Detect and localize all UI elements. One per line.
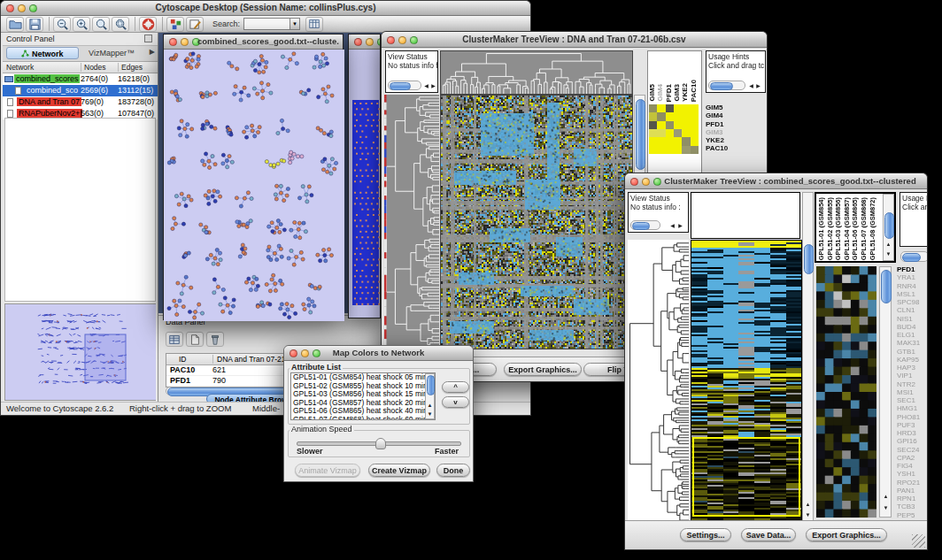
slider-thumb[interactable] [375,438,386,449]
create-vizmap-button[interactable]: Create Vizmap [368,464,430,477]
gene-label[interactable]: VIP1 [897,372,928,380]
scroll-thumb[interactable] [710,82,733,90]
gene-label[interactable]: CPA2 [897,454,928,462]
save-data-button[interactable]: Save Data... [741,528,796,541]
gene-label[interactable]: NIS1 [897,315,928,323]
save-icon[interactable] [26,17,43,32]
gene-label[interactable]: NTR2 [897,380,928,388]
scroll-up-icon[interactable]: ▲ [884,241,892,249]
network-list-row[interactable]: DNA and Tran 07769(0)183728(0) [3,96,158,108]
gene-label[interactable]: FIG4 [897,462,928,470]
gene-label[interactable]: PEP5 [897,511,928,519]
network-view-titlebar[interactable]: combined_scores_good.txt--cluste... [164,35,343,50]
network-canvas[interactable] [164,50,344,321]
zoom-selected-icon[interactable] [112,17,129,32]
search-input[interactable]: ▼ [243,18,300,30]
animate-vizmap-button[interactable]: Animate Vizmap [295,464,360,477]
scroll-thumb[interactable] [636,99,645,170]
scroll-thumb[interactable] [427,375,435,395]
export-graphics-button[interactable]: Export Graphics... [806,528,887,541]
tab-vizmapper[interactable]: VizMapper™ [81,47,143,59]
resize-grip[interactable] [912,534,925,548]
gene-label[interactable]: YSH1 [897,470,928,478]
attribute-browser-icon[interactable] [305,17,323,32]
scroll-down-icon[interactable]: ▼ [426,410,434,418]
background-window-titlebar[interactable] [349,35,380,50]
close-icon[interactable] [387,36,395,44]
col-header-edges[interactable]: Edges [118,63,143,72]
network-list-row[interactable]: combined_sco2569(6)13112(15) [3,85,158,96]
scroll-thumb[interactable] [804,244,814,274]
gene-label[interactable]: RPO21 [897,479,928,487]
hints-scrollbar[interactable] [708,81,745,90]
table-mode-icon[interactable] [166,332,183,347]
settings-button[interactable]: Settings... [680,528,731,541]
scroll-left-icon[interactable]: ◀ [668,222,676,230]
maximize-icon[interactable] [313,349,320,357]
export-graphics-button[interactable]: Export Graphics... [504,363,582,376]
row-dendrogram[interactable] [628,240,689,523]
gene-label[interactable]: SEC1 [897,396,928,404]
gene-label[interactable]: PAN1 [897,487,928,495]
dialog-titlebar[interactable]: Map Colors to Network [284,346,473,361]
minimize-icon[interactable] [301,349,309,357]
gene-label[interactable]: GPI16 [897,437,928,445]
gene-label[interactable]: SEC24 [897,446,928,454]
status-scrollbar[interactable] [388,81,421,90]
done-button[interactable]: Done [436,464,470,477]
cytoscape-titlebar[interactable]: Cytoscape Desktop (Session Name: collins… [1,1,530,16]
gene-label[interactable]: PUF3 [897,421,928,429]
gene-label[interactable]: RPN1 [897,495,928,502]
heatmap-canvas[interactable] [691,240,802,525]
network-tree-area[interactable] [4,118,156,302]
tab-overflow-icon[interactable]: ▶ [150,48,155,56]
gene-label[interactable]: BUD4 [897,323,928,331]
scroll-up-icon[interactable]: ▲ [426,402,434,410]
float-panel-icon[interactable] [144,35,152,42]
column-dendrogram[interactable] [440,50,633,95]
network-overview-canvas[interactable] [5,304,156,400]
background-network-canvas[interactable] [349,50,381,318]
zoom-fit-icon[interactable] [92,17,110,32]
minimize-icon[interactable] [18,4,26,12]
delete-attribute-icon[interactable] [206,332,224,347]
detail-heatmap-canvas[interactable] [816,266,876,518]
minimize-icon[interactable] [366,38,374,46]
gene-label[interactable]: TCB3 [897,502,928,510]
animation-slider[interactable] [297,441,461,446]
correlation-matrix[interactable] [649,104,699,154]
minimize-icon[interactable] [642,178,650,186]
data-col-id[interactable]: ID [179,355,187,364]
scroll-up-icon[interactable]: ▲ [804,501,812,509]
close-icon[interactable] [630,178,638,186]
move-up-button[interactable]: ^ [442,381,469,393]
scroll-thumb[interactable] [390,82,411,90]
status-scrollbar[interactable] [630,220,660,230]
gene-label[interactable]: GTB1 [897,348,928,356]
move-down-button[interactable]: v [442,396,469,408]
gene-label[interactable]: HAP3 [897,364,928,372]
gene-label[interactable]: MSL1 [897,290,928,298]
zoom-in-icon[interactable] [73,17,90,32]
scroll-thumb[interactable] [881,270,892,303]
scroll-right-icon[interactable]: ▶ [429,82,437,90]
annotation-icon[interactable] [186,17,204,32]
maximize-icon[interactable] [410,36,418,44]
hints-scrollbar[interactable] [900,251,928,262]
detail-vscrollbar[interactable]: ▲ ▼ [879,266,892,518]
treeview2-titlebar[interactable]: ClusterMaker TreeView : combined_scores_… [625,173,927,189]
search-dropdown-icon[interactable]: ▼ [290,19,299,29]
gene-label-list[interactable]: PFD1YRA1RNR4MSL1SPC98CLN1NIS1BUD4ELG1MAK… [897,265,928,529]
zoom-out-icon[interactable] [53,17,71,32]
gene-label[interactable]: ELG1 [897,331,928,339]
new-attribute-icon[interactable] [186,332,204,347]
attribute-list[interactable]: GPL51-01 (GSM854) heat shock 05 minGPL51… [290,372,436,420]
heatmap-vscrollbar[interactable]: ▲ ▼ [802,192,814,523]
vizmapper-icon[interactable] [166,17,184,32]
gene-label[interactable]: HRD3 [897,429,928,437]
gene-label[interactable]: CLN1 [897,306,928,314]
gene-label[interactable]: MAK31 [897,339,928,347]
close-icon[interactable] [169,38,177,46]
col-header-network[interactable]: Network [6,63,34,72]
minimize-icon[interactable] [398,36,406,44]
